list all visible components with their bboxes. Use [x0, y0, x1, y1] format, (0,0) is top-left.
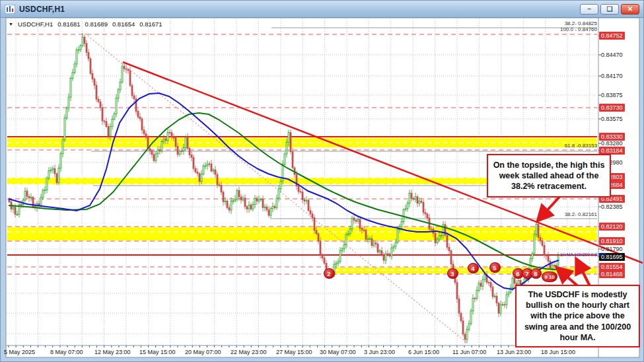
ohlc-symbol: USDCHF,H1 — [18, 20, 53, 28]
maximize-button[interactable]: ❏ — [600, 4, 619, 15]
ohlc-close: 0.81671 — [139, 20, 162, 28]
chart-app-icon — [5, 5, 15, 14]
chart-canvas[interactable]: 0.847520.844700.841700.838750.837300.835… — [1, 18, 644, 362]
ohlc-high: 0.81689 — [85, 20, 108, 28]
ohlc-open: 0.81681 — [57, 20, 80, 28]
annotation-bullish-note: The USDCHF is modestly bullish on the ho… — [515, 285, 640, 347]
mt4-chart-window: USDCHF,H1 – ❏ ✕ 0.847520.844700.841700.8… — [0, 0, 644, 362]
window-title: USDCHF,H1 — [19, 5, 65, 14]
minimize-button[interactable]: – — [580, 4, 598, 15]
ma-value-label: 1H MA 100/200 0.81495 — [560, 252, 606, 257]
close-button[interactable]: ✕ — [621, 4, 639, 15]
ohlc-low: 0.81654 — [112, 20, 135, 28]
ohlc-info-line: ▼ USDCHF,H1 0.81681 0.81689 0.81654 0.81… — [9, 20, 162, 28]
annotation-topside-note: On the topside, the high this week stall… — [487, 154, 611, 198]
window-titlebar: USDCHF,H1 – ❏ ✕ — [1, 1, 643, 18]
dropdown-arrow-icon[interactable]: ▼ — [9, 22, 13, 26]
